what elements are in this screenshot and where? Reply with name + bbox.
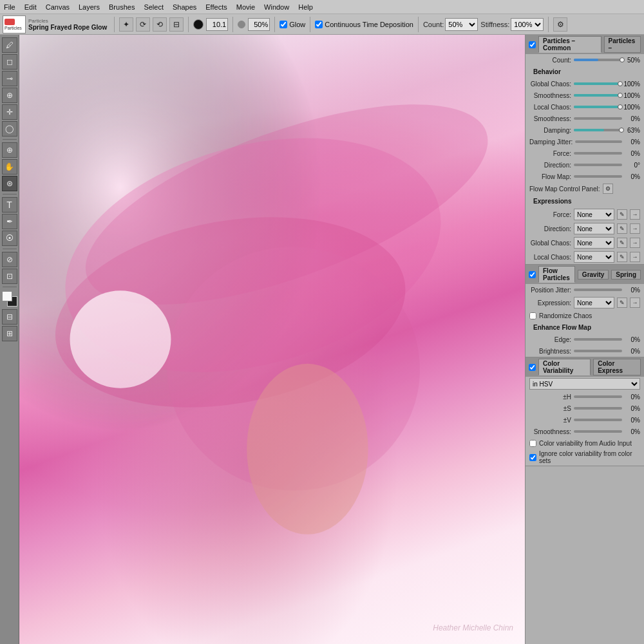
hsv-select[interactable]: in HSV in RGB <box>529 378 640 390</box>
continuous-checkbox-label[interactable]: Continuous Time Deposition <box>315 21 413 28</box>
expr-direction-select[interactable]: None <box>574 223 614 234</box>
menu-file[interactable]: File <box>4 3 15 11</box>
spring-tab[interactable]: Spring <box>611 270 641 279</box>
foreground-color-swatch[interactable] <box>2 291 12 301</box>
local-chaos-thumb <box>618 104 623 109</box>
menu-effects[interactable]: Effects <box>205 3 227 11</box>
hue-slider[interactable] <box>574 395 622 398</box>
position-jitter-slider[interactable] <box>574 289 622 291</box>
menu-canvas[interactable]: Canvas <box>46 3 70 11</box>
flow-map-slider[interactable] <box>574 175 622 178</box>
expr-global-chaos-arrow[interactable]: → <box>630 238 640 248</box>
color-variability-tab[interactable]: Color Variability <box>538 359 591 375</box>
tool-shape[interactable]: ◯ <box>2 121 17 137</box>
expr-direction-edit[interactable]: ✎ <box>617 223 627 234</box>
gear-icon[interactable]: ⚙ <box>553 17 567 32</box>
damping-slider[interactable] <box>574 129 622 131</box>
separator-1 <box>114 17 115 32</box>
menu-shapes[interactable]: Shapes <box>173 3 196 11</box>
expr-local-chaos-select[interactable]: None <box>574 251 614 263</box>
tool-gradient[interactable]: ⊟ <box>2 309 17 325</box>
tool-hand[interactable]: ✋ <box>2 159 17 175</box>
tool-zoom[interactable]: ⊕ <box>2 142 17 158</box>
expr-force-arrow[interactable]: → <box>630 209 640 220</box>
color-variability-header: Color Variability Color Express <box>526 357 644 377</box>
sat-slider[interactable] <box>574 407 622 410</box>
expr-force-select[interactable]: None Pressure Speed <box>574 209 614 220</box>
particles-tab[interactable]: Particles – <box>604 36 641 53</box>
color-express-tab[interactable]: Color Express <box>593 359 641 375</box>
continuous-checkbox[interactable] <box>315 21 323 28</box>
particles-common-checkbox[interactable] <box>529 41 536 48</box>
expression-arrow-btn[interactable]: → <box>630 298 640 308</box>
expression-select[interactable]: None <box>574 297 614 308</box>
menu-window[interactable]: Window <box>264 3 289 11</box>
glow-checkbox[interactable] <box>279 21 287 28</box>
color-variability-checkbox[interactable] <box>529 364 536 371</box>
smoothness1-slider[interactable] <box>574 94 621 97</box>
expr-global-chaos-edit[interactable]: ✎ <box>617 238 627 248</box>
toolbar-divider-1 <box>3 139 17 140</box>
menu-select[interactable]: Select <box>144 3 164 11</box>
tool-particle[interactable]: ⊛ <box>2 176 17 191</box>
opacity-input[interactable] <box>248 18 270 31</box>
glow-checkbox-label[interactable]: Glow <box>279 21 305 28</box>
edge-slider[interactable] <box>574 338 622 341</box>
count-select[interactable]: 50% 25% 75% 100% <box>445 18 478 31</box>
tool-lasso[interactable]: ⊸ <box>2 71 17 86</box>
tool-bucket[interactable]: ⊡ <box>2 269 17 284</box>
tool-brush[interactable]: 🖊 <box>2 37 17 53</box>
tool-dropper[interactable]: ⊘ <box>2 252 17 267</box>
ignore-color-checkbox[interactable] <box>529 454 536 461</box>
damping-jitter-slider[interactable] <box>575 140 622 143</box>
flow-map-control-btn[interactable]: ⚙ <box>603 184 613 194</box>
flow-particles-tab[interactable]: Flow Particles <box>538 266 575 283</box>
flow-particles-checkbox[interactable] <box>529 271 536 278</box>
expr-global-chaos-select[interactable]: None <box>574 237 614 249</box>
expression-edit-btn[interactable]: ✎ <box>617 298 627 308</box>
toolbar-divider-3 <box>3 249 17 249</box>
audio-input-checkbox[interactable] <box>529 440 536 447</box>
expr-force-edit[interactable]: ✎ <box>617 209 627 220</box>
menu-layers[interactable]: Layers <box>79 3 100 11</box>
count-slider[interactable] <box>574 59 622 61</box>
color-swatch-area[interactable] <box>2 291 17 307</box>
tool-btn-1[interactable]: ✦ <box>119 17 133 32</box>
audio-input-row: Color variability from Audio Input <box>526 437 644 449</box>
expr-local-chaos-arrow[interactable]: → <box>630 252 640 262</box>
brush-selector[interactable]: Particles <box>3 15 26 33</box>
tool-btn-3[interactable]: ⟲ <box>153 17 167 32</box>
smoothness2-slider[interactable] <box>574 117 622 120</box>
brush-size-input[interactable] <box>206 18 228 31</box>
force-slider[interactable] <box>574 152 622 155</box>
tool-move[interactable]: ✛ <box>2 104 17 120</box>
tool-select-rect[interactable]: ◻ <box>2 54 17 70</box>
brightness-slider[interactable] <box>574 350 622 352</box>
canvas-area[interactable]: Heather Michelle Chinn <box>19 35 525 644</box>
menu-brushes[interactable]: Brushes <box>109 3 135 11</box>
stiffness-select[interactable]: 100% 50% 75% <box>511 18 544 31</box>
tool-clone[interactable]: ⦿ <box>2 231 17 246</box>
tool-btn-4[interactable]: ⊟ <box>169 17 184 32</box>
sat-label: ±S <box>529 405 571 412</box>
flow-map-value: 0% <box>625 173 640 180</box>
tool-text[interactable]: T <box>2 197 17 213</box>
menu-help[interactable]: Help <box>298 3 313 11</box>
expr-direction-arrow[interactable]: → <box>630 223 640 234</box>
randomize-chaos-checkbox[interactable] <box>529 312 536 319</box>
tool-pattern[interactable]: ⊞ <box>2 326 17 341</box>
smooth-slider[interactable] <box>574 430 622 433</box>
val-value: 0% <box>625 417 640 424</box>
tool-btn-2[interactable]: ⟳ <box>136 17 150 32</box>
tool-crop[interactable]: ⊕ <box>2 88 17 103</box>
local-chaos-slider[interactable] <box>574 106 621 108</box>
menu-movie[interactable]: Movie <box>236 3 255 11</box>
expr-local-chaos-edit[interactable]: ✎ <box>617 252 627 262</box>
val-slider[interactable] <box>574 419 622 421</box>
global-chaos-slider[interactable] <box>574 82 621 85</box>
gravity-tab[interactable]: Gravity <box>578 270 609 279</box>
menu-edit[interactable]: Edit <box>24 3 37 11</box>
tool-pen[interactable]: ✒ <box>2 214 17 229</box>
direction-slider[interactable] <box>574 164 622 166</box>
particles-common-tab[interactable]: Particles – Common <box>538 36 601 53</box>
